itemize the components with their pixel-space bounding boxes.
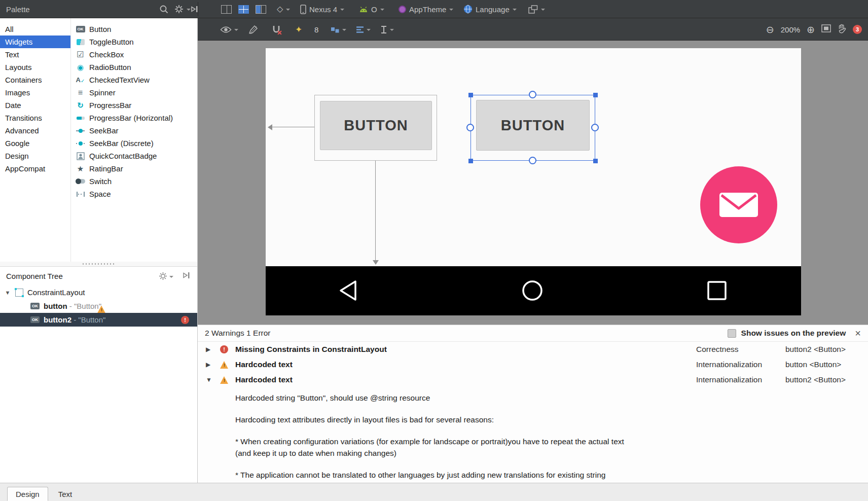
design-canvas[interactable]: BUTTON BUTTON	[198, 41, 868, 325]
expand-arrow-icon[interactable]: ▶	[206, 361, 210, 368]
view-options-button[interactable]	[220, 18, 238, 41]
zoom-in-button[interactable]: ⊕	[807, 25, 815, 34]
palette-categories: All Widgets Text Layouts Containers Imag…	[0, 18, 71, 262]
tab-design[interactable]: Design	[7, 487, 48, 501]
palette-item-seekbar[interactable]: SeekBar	[71, 124, 198, 137]
component-tree-dock-button[interactable]	[183, 271, 190, 281]
blueprint-view-button[interactable]	[238, 0, 249, 18]
constraint-anchor-top[interactable]	[529, 91, 536, 98]
device-selector[interactable]: Nexus 4	[300, 0, 344, 18]
nav-recents-icon[interactable]	[707, 280, 727, 301]
palette-category-transitions[interactable]: Transitions	[0, 112, 70, 124]
blueprint-view-icon	[238, 5, 249, 14]
tree-node-button[interactable]: OK button - "Button" !	[0, 299, 197, 313]
dropdown-caret-icon	[380, 9, 384, 11]
orientation-button[interactable]: ◇	[277, 0, 290, 18]
zoom-out-button[interactable]: ⊖	[766, 25, 774, 34]
palette-item-quickcontactbadge[interactable]: QuickContactBadge	[71, 150, 198, 162]
panel-splitter[interactable]	[0, 262, 197, 266]
palette-category-text[interactable]: Text	[0, 48, 70, 61]
api-version-selector[interactable]: O	[359, 0, 384, 18]
palette-dock-button[interactable]	[191, 0, 198, 18]
palette-settings-button[interactable]	[174, 0, 191, 18]
palette-item-radiobutton[interactable]: ◉ RadioButton	[71, 61, 198, 74]
palette-item-switch[interactable]: Switch	[71, 175, 198, 188]
constraint-anchor-left[interactable]	[466, 124, 474, 131]
collapse-arrow-icon[interactable]: ▼	[206, 376, 212, 383]
palette-item-space[interactable]: Space	[71, 188, 198, 200]
design-time-attrs-button[interactable]	[248, 18, 258, 41]
nav-home-icon[interactable]	[521, 279, 544, 302]
palette-category-widgets[interactable]: Widgets	[0, 35, 70, 48]
issue-title: Hardcoded text	[235, 360, 293, 369]
button1-widget[interactable]: BUTTON	[320, 101, 432, 150]
tree-node-button2[interactable]: OK button2 - "Button" !	[0, 313, 197, 327]
palette-item-progressbar-horizontal[interactable]: ProgressBar (Horizontal)	[71, 112, 198, 124]
search-icon	[159, 5, 168, 14]
close-icon[interactable]: ×	[855, 328, 861, 338]
palette-category-containers[interactable]: Containers	[0, 74, 70, 86]
palette-category-design[interactable]: Design	[0, 150, 70, 162]
autoconnect-off-button[interactable]	[272, 18, 282, 41]
default-margin-button[interactable]: 8	[314, 18, 318, 41]
ratingbar-icon: ★	[76, 164, 85, 173]
palette-item-ratingbar[interactable]: ★ RatingBar	[71, 162, 198, 175]
layout-variant-button[interactable]	[528, 0, 545, 18]
fab-widget[interactable]	[700, 166, 777, 243]
design-surface-toolbar: ✦ 8 ⊖ 200% ⊕ 3	[198, 18, 868, 41]
tree-node-id: button	[44, 302, 67, 310]
palette-item-seekbar-discrete[interactable]: SeekBar (Discrete)	[71, 137, 198, 150]
palette-category-layouts[interactable]: Layouts	[0, 61, 70, 74]
zoom-to-fit-button[interactable]	[821, 24, 831, 34]
pan-button[interactable]	[838, 24, 846, 35]
tab-text[interactable]: Text	[50, 487, 81, 501]
infer-constraints-button[interactable]: ✦	[295, 18, 302, 41]
constraint-anchor-bottom[interactable]	[529, 157, 536, 164]
palette-category-images[interactable]: Images	[0, 86, 70, 99]
constraint-anchor-right[interactable]	[591, 124, 599, 131]
palette-category-appcompat[interactable]: AppCompat	[0, 162, 70, 175]
issues-summary: 2 Warnings 1 Error	[205, 329, 271, 338]
palette-category-advanced[interactable]: Advanced	[0, 124, 70, 137]
issue-row-hardcoded-text-2[interactable]: ▼ ! Hardcoded text Internationalization …	[198, 372, 868, 387]
theme-selector[interactable]: AppTheme	[399, 0, 453, 18]
design-view-button[interactable]	[221, 0, 232, 18]
tree-node-constraintlayout[interactable]: ▼ ConstraintLayout	[0, 285, 197, 299]
palette-item-button[interactable]: OK Button	[71, 23, 198, 35]
resize-handle-top-left[interactable]	[468, 93, 473, 97]
infer-constraints-icon: ✦	[295, 24, 302, 35]
resize-handle-top-right[interactable]	[593, 93, 598, 97]
spinner-icon: ≡	[76, 88, 85, 97]
pack-button[interactable]	[331, 18, 346, 41]
resize-handle-bottom-right[interactable]	[593, 159, 598, 163]
tree-expand-icon[interactable]: ▼	[4, 290, 11, 296]
palette-search-button[interactable]	[159, 0, 168, 18]
editor-mode-bar: Design Text	[0, 483, 868, 501]
expand-arrow-icon[interactable]: ▶	[206, 346, 210, 353]
show-issues-checkbox[interactable]	[728, 329, 736, 338]
both-views-button[interactable]	[256, 0, 266, 18]
nav-back-icon[interactable]	[338, 278, 359, 303]
palette-category-date[interactable]: Date	[0, 99, 70, 112]
checkbox-icon: ☑	[76, 50, 85, 59]
issue-title: Missing Constraints in ConstraintLayout	[235, 345, 387, 354]
palette-item-togglebutton[interactable]: ToggleButton	[71, 35, 198, 48]
language-selector[interactable]: Language	[463, 0, 517, 18]
hand-icon	[838, 24, 846, 33]
palette-item-spinner[interactable]: ≡ Spinner	[71, 86, 198, 99]
align-button[interactable]	[356, 18, 371, 41]
tree-node-id: button2	[44, 315, 71, 324]
palette-category-all[interactable]: All	[0, 23, 70, 35]
resize-handle-bottom-left[interactable]	[468, 159, 473, 163]
palette-item-progressbar[interactable]: ↻ ProgressBar	[71, 99, 198, 112]
button2-widget[interactable]: BUTTON	[476, 100, 590, 151]
palette-category-google[interactable]: Google	[0, 137, 70, 150]
guideline-button[interactable]	[380, 18, 394, 41]
render-errors-badge[interactable]: 3	[853, 25, 862, 34]
issue-row-hardcoded-text-1[interactable]: ▶ ! Hardcoded text Internationalization …	[198, 357, 868, 372]
dropdown-caret-icon	[340, 9, 344, 11]
component-tree-settings-button[interactable]	[159, 272, 173, 280]
palette-item-checkbox[interactable]: ☑ CheckBox	[71, 48, 198, 61]
palette-item-checkedtextview[interactable]: A✓ CheckedTextView	[71, 74, 198, 86]
issue-row-missing-constraints[interactable]: ▶ ! Missing Constraints in ConstraintLay…	[198, 342, 868, 357]
